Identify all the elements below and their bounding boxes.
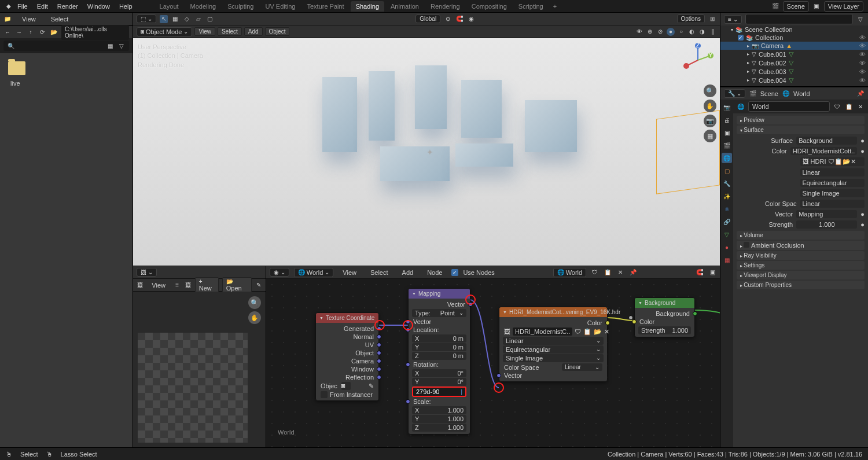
snap-vert-icon[interactable]: ◇ xyxy=(183,15,191,23)
outliner-type[interactable]: ≡ ⌄ xyxy=(724,15,742,24)
tab-scripting[interactable]: Scripting xyxy=(513,1,549,12)
pin-icon[interactable]: 📌 xyxy=(856,90,865,98)
panel-custom[interactable]: Custom Properties xyxy=(737,281,865,289)
nav-fwd-icon[interactable]: → xyxy=(15,28,23,36)
panel-surface[interactable]: Surface xyxy=(737,126,865,134)
filter-icon[interactable]: ▽ xyxy=(117,42,126,50)
gizmo-toggle-icon[interactable]: 👁 xyxy=(635,28,643,36)
xray-icon[interactable]: ⊘ xyxy=(656,28,664,36)
image-canvas[interactable]: 🔍 ✋ xyxy=(133,292,266,447)
interp-value[interactable]: Linear xyxy=(800,168,865,176)
pin-icon[interactable]: 📌 xyxy=(629,268,637,277)
img-mode-icon[interactable]: 🖼 xyxy=(137,281,144,289)
img-new[interactable]: + New xyxy=(195,277,219,293)
vec-value[interactable]: Mapping xyxy=(796,210,857,218)
ptab-particle[interactable]: ✨ xyxy=(722,191,732,201)
ptab-scene[interactable]: 🎬 xyxy=(722,140,732,150)
tab-modeling[interactable]: Modeling xyxy=(185,1,222,12)
image-browse[interactable]: 🖼HDRI_ModernistC..🛡📋📂✕ xyxy=(499,327,607,336)
fb-editor-icon[interactable]: 📁 xyxy=(3,15,12,23)
snap-face-icon[interactable]: ▢ xyxy=(206,15,214,23)
object-field[interactable]: Objec ◙✎ xyxy=(316,381,378,391)
snap-icon[interactable]: 🧲 xyxy=(696,268,704,277)
tree-camera[interactable]: ▸📷 Camera ▲👁 xyxy=(720,42,868,50)
strength[interactable]: Strength1.000 xyxy=(638,326,691,334)
out-normal[interactable]: Normal xyxy=(316,333,378,341)
folder-icon[interactable] xyxy=(8,61,25,75)
node-texture-coordinate[interactable]: Texture Coordinate Generated Normal UV O… xyxy=(315,312,379,401)
menu-help[interactable]: Help xyxy=(115,1,137,12)
ptab-modifier[interactable]: 🔧 xyxy=(722,178,732,189)
rot-y[interactable]: Y0° xyxy=(412,378,466,386)
out-object[interactable]: Object xyxy=(316,349,378,357)
tab-shading[interactable]: Shading xyxy=(351,1,384,12)
world-datablock[interactable]: World xyxy=(748,101,830,112)
ptab-render[interactable]: 📷 xyxy=(722,102,732,112)
tree-cube004[interactable]: ▸▽ Cube.004 ▽👁 xyxy=(720,76,868,84)
panel-volume[interactable]: Volume xyxy=(737,231,865,240)
fake-user-icon[interactable]: 🛡 xyxy=(833,102,841,111)
node-view[interactable]: View xyxy=(338,267,361,278)
nav-folder-icon[interactable]: 📂 xyxy=(50,28,58,36)
colorspace-row[interactable]: Color SpaceLinear xyxy=(499,363,607,371)
proportional-icon[interactable]: ◉ xyxy=(467,15,475,23)
copy-icon[interactable]: 📋 xyxy=(604,268,612,277)
shade-matprev-icon[interactable]: ◐ xyxy=(687,28,696,36)
tree-collection[interactable]: 📚 Collection👁 xyxy=(720,34,868,42)
proj-value[interactable]: Equirectangular xyxy=(800,179,865,187)
props-editor-type[interactable]: 🔧 ⌄ xyxy=(724,89,745,98)
img-pan-icon[interactable]: ✋ xyxy=(248,311,261,324)
out-vector[interactable]: Vector xyxy=(409,300,470,308)
panel-ray[interactable]: Ray Visibility xyxy=(737,251,865,260)
in-vector[interactable]: Vector xyxy=(409,318,470,326)
loc-y[interactable]: Y0 m xyxy=(412,343,466,351)
out-color[interactable]: Color xyxy=(499,319,607,327)
tree-cube002[interactable]: ▸▽ Cube.002 ▽👁 xyxy=(720,58,868,67)
folder-name[interactable]: live xyxy=(10,80,133,87)
out-reflection[interactable]: Reflection xyxy=(316,373,378,381)
orientation-dropdown[interactable]: Global xyxy=(415,14,440,23)
shade-wire-icon[interactable]: ● xyxy=(667,28,675,36)
menu-render[interactable]: Render xyxy=(53,1,83,12)
snap-grid-icon[interactable]: ▦ xyxy=(171,15,179,23)
tree-cube003[interactable]: ▸▽ Cube.003 ▽👁 xyxy=(720,67,868,76)
layer-field[interactable]: View Layer xyxy=(824,1,863,12)
img-data-icon[interactable]: 🖼 xyxy=(184,281,191,289)
scale-y[interactable]: Y1.000 xyxy=(412,415,466,423)
interp-dropdown[interactable]: Linear xyxy=(503,337,604,345)
node-editor-type[interactable]: ◉ ⌄ xyxy=(270,268,289,277)
rot-z[interactable]: 279d-90| xyxy=(412,387,466,397)
tab-layout[interactable]: Layout xyxy=(155,1,184,12)
tree-cube001[interactable]: ▸▽ Cube.001 ▽👁 xyxy=(720,50,868,58)
img-open[interactable]: 📂 Open xyxy=(222,277,252,293)
display-icon[interactable]: ▦ xyxy=(106,42,114,50)
menu-file[interactable]: File xyxy=(13,1,32,12)
vp-select[interactable]: Select xyxy=(218,27,242,36)
pivot-icon[interactable]: ⊙ xyxy=(444,15,452,23)
in-color[interactable]: Color xyxy=(635,318,694,326)
tab-compositing[interactable]: Compositing xyxy=(466,1,512,12)
tab-sculpting[interactable]: Sculpting xyxy=(222,1,259,12)
tab-uv[interactable]: UV Editing xyxy=(260,1,300,12)
ptab-output[interactable]: 🖨 xyxy=(722,115,732,125)
snap-icon[interactable]: 🧲 xyxy=(455,15,464,23)
fb-view[interactable]: View xyxy=(17,14,41,24)
color-value[interactable]: HDRI_ModernistCott.. xyxy=(790,147,858,155)
img-zoom-icon[interactable]: 🔍 xyxy=(248,296,261,309)
tree-scene-collection[interactable]: ▾📚 Scene Collection xyxy=(720,25,868,34)
ptab-material[interactable]: ● xyxy=(722,242,732,252)
node-mapping[interactable]: Mapping Vector Type: Point Vector Locati… xyxy=(408,288,470,435)
img-view[interactable]: View xyxy=(147,280,170,290)
copy-icon[interactable]: 📋 xyxy=(845,102,853,111)
ptab-constraint[interactable]: 🔗 xyxy=(722,216,732,227)
nav-back-icon[interactable]: ← xyxy=(3,28,12,36)
camera-icon[interactable]: 📷 xyxy=(704,115,716,127)
scale-x[interactable]: X1.000 xyxy=(412,406,466,414)
unlink-icon[interactable]: ✕ xyxy=(856,102,865,111)
rot-x[interactable]: X0° xyxy=(412,369,466,377)
ptab-texture[interactable]: ▦ xyxy=(722,255,732,265)
panel-settings[interactable]: Settings xyxy=(737,261,865,270)
img-editor-type[interactable]: 🖼 ⌄ xyxy=(137,268,157,277)
world-data[interactable]: 🌐 World xyxy=(553,268,587,277)
fb-select[interactable]: Select xyxy=(46,14,73,24)
